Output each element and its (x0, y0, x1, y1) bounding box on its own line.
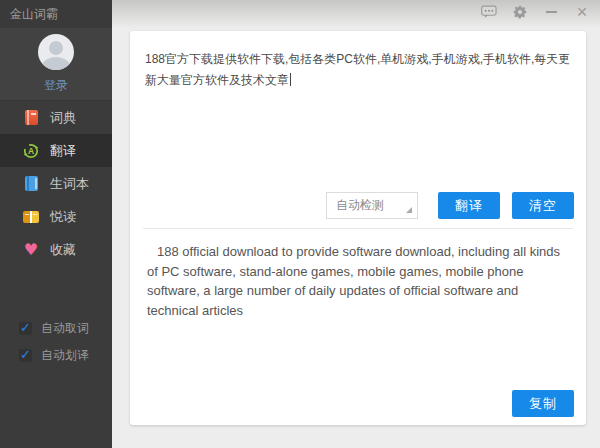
settings-gear-icon[interactable] (512, 4, 528, 20)
sidebar-item-label: 词典 (50, 109, 76, 127)
main-panel: 188官方下载提供软件下载,包括各类PC软件,单机游戏,手机游戏,手机软件,每天… (112, 28, 600, 448)
svg-text:A: A (28, 146, 34, 156)
sidebar-item-reading[interactable]: 悦读 (0, 200, 112, 233)
sidebar-item-dictionary[interactable]: 词典 (0, 101, 112, 134)
translate-icon: A (23, 143, 39, 159)
open-book-icon (23, 209, 39, 225)
login-link[interactable]: 登录 (0, 77, 112, 94)
sidebar-item-label: 悦读 (50, 208, 76, 226)
translation-result: 188 official download to provide softwar… (147, 242, 571, 320)
sidebar-item-wordbook[interactable]: 生词本 (0, 167, 112, 200)
toggle-auto-word-capture[interactable]: ✓ 自动取词 (0, 315, 112, 342)
dictionary-book-icon (23, 110, 39, 126)
sidebar-item-label: 生词本 (50, 175, 89, 193)
language-select[interactable]: 自动检测 (326, 192, 418, 219)
checkbox-checked-icon[interactable]: ✓ (19, 349, 32, 362)
sidebar-item-label: 翻译 (50, 142, 76, 160)
checkbox-checked-icon[interactable]: ✓ (19, 322, 32, 335)
source-text: 188官方下载提供软件下载,包括各类PC软件,单机游戏,手机游戏,手机软件,每天… (145, 52, 570, 87)
clear-button[interactable]: 清空 (512, 192, 574, 219)
source-text-input[interactable]: 188官方下载提供软件下载,包括各类PC软件,单机游戏,手机游戏,手机软件,每天… (145, 49, 573, 187)
language-select-value: 自动检测 (336, 198, 384, 212)
toggle-label: 自动取词 (41, 320, 89, 337)
translator-card: 188官方下载提供软件下载,包括各类PC软件,单机游戏,手机游戏,手机软件,每天… (130, 31, 586, 425)
sidebar: 登录 词典 A 翻译 生词本 悦读 ♥ (0, 28, 112, 448)
sidebar-item-translate[interactable]: A 翻译 (0, 134, 112, 167)
sidebar-item-favorites[interactable]: ♥ 收藏 (0, 233, 112, 266)
toggle-label: 自动划译 (41, 347, 89, 364)
heart-icon: ♥ (23, 242, 39, 258)
account-section: 登录 (0, 28, 112, 101)
sidebar-item-label: 收藏 (50, 241, 76, 259)
result-text: 188 official download to provide softwar… (147, 242, 571, 320)
copy-button[interactable]: 复制 (512, 390, 574, 417)
app-title: 金山词霸 (0, 0, 112, 28)
dropdown-arrow-icon (406, 207, 412, 213)
section-divider (143, 228, 573, 229)
translate-button[interactable]: 翻译 (438, 192, 500, 219)
close-icon[interactable]: × (574, 4, 590, 20)
toggle-auto-select-translate[interactable]: ✓ 自动划译 (0, 342, 112, 369)
feedback-icon[interactable] (481, 4, 497, 20)
titlebar[interactable]: × (112, 0, 600, 28)
sidebar-toggles: ✓ 自动取词 ✓ 自动划译 (0, 315, 112, 369)
minimize-icon[interactable] (543, 4, 559, 20)
notebook-icon (23, 176, 39, 192)
sidebar-menu: 词典 A 翻译 生词本 悦读 ♥ 收藏 (0, 101, 112, 266)
avatar[interactable] (38, 34, 74, 70)
translate-controls: 自动检测 翻译 清空 (326, 192, 574, 219)
text-caret (290, 73, 291, 86)
